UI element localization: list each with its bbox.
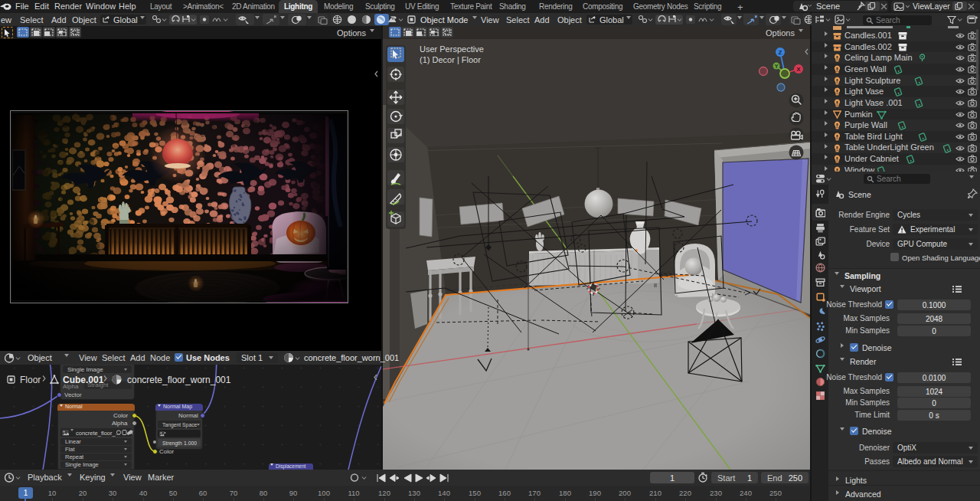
- svg-text:X: X: [796, 66, 801, 73]
- svg-text:Y: Y: [775, 64, 779, 69]
- svg-text:User Perspective: User Perspective: [420, 44, 484, 54]
- svg-text:(1) Decor | Floor: (1) Decor | Floor: [420, 55, 481, 64]
- svg-text:Z: Z: [779, 49, 782, 56]
